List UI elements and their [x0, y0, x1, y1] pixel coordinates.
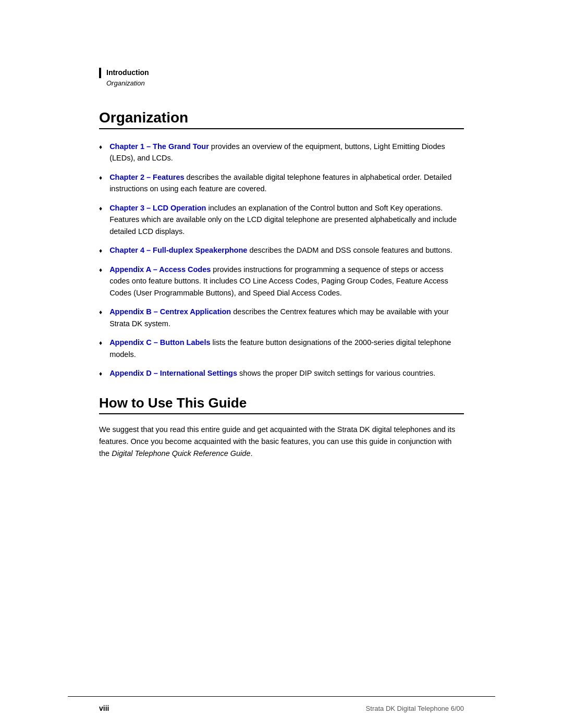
italic-title: Digital Telephone Quick Reference Guide — [112, 449, 250, 458]
bullet-text: Appendix D – International Settings show… — [109, 367, 464, 379]
chapter4-link[interactable]: Chapter 4 – Full-duplex Speakerphone — [109, 246, 247, 254]
organization-title: Organization — [99, 109, 464, 129]
how-to-use-paragraph: We suggest that you read this entire gui… — [99, 424, 464, 460]
appendixd-link[interactable]: Appendix D – International Settings — [109, 369, 237, 377]
organization-bullet-list: ♦ Chapter 1 – The Grand Tour provides an… — [99, 141, 464, 379]
list-item: ♦ Appendix B – Centrex Application descr… — [99, 306, 464, 329]
paragraph-text-end: . — [250, 449, 252, 458]
list-item: ♦ Chapter 2 – Features describes the ava… — [99, 171, 464, 195]
bullet-text: Chapter 2 – Features describes the avail… — [109, 171, 464, 195]
bullet-diamond-icon: ♦ — [99, 246, 102, 256]
appendixc-link[interactable]: Appendix C – Button Labels — [109, 338, 210, 347]
list-item: ♦ Chapter 3 – LCD Operation includes an … — [99, 202, 464, 237]
bullet-diamond-icon: ♦ — [99, 338, 102, 348]
list-item: ♦ Chapter 1 – The Grand Tour provides an… — [99, 141, 464, 164]
bullet-body: describes the DADM and DSS console featu… — [247, 246, 452, 254]
chapter2-link[interactable]: Chapter 2 – Features — [109, 173, 184, 181]
how-to-use-title: How to Use This Guide — [99, 395, 464, 414]
appendixb-link[interactable]: Appendix B – Centrex Application — [109, 307, 231, 316]
bullet-body: shows the proper DIP switch settings for… — [237, 369, 435, 377]
chapter3-link[interactable]: Chapter 3 – LCD Operation — [109, 204, 206, 212]
header-section: Introduction Organization — [99, 68, 464, 87]
page-number: viii — [99, 704, 109, 712]
chapter1-link[interactable]: Chapter 1 – The Grand Tour — [109, 142, 209, 151]
footer-divider — [68, 696, 495, 697]
list-item: ♦ Appendix D – International Settings sh… — [99, 367, 464, 379]
bullet-text: Appendix C – Button Labels lists the fea… — [109, 337, 464, 360]
bullet-diamond-icon: ♦ — [99, 265, 102, 275]
list-item: ♦ Chapter 4 – Full-duplex Speakerphone d… — [99, 244, 464, 256]
bullet-text: Appendix B – Centrex Application describ… — [109, 306, 464, 329]
footer: viii Strata DK Digital Telephone 6/00 — [99, 704, 464, 712]
bullet-diamond-icon: ♦ — [99, 369, 102, 379]
list-item: ♦ Appendix C – Button Labels lists the f… — [99, 337, 464, 360]
bullet-text: Chapter 3 – LCD Operation includes an ex… — [109, 202, 464, 237]
header-label: Introduction — [99, 68, 464, 78]
list-item: ♦ Appendix A – Access Codes provides ins… — [99, 264, 464, 299]
main-content: Organization ♦ Chapter 1 – The Grand Tou… — [99, 109, 464, 460]
bullet-diamond-icon: ♦ — [99, 307, 102, 317]
bullet-text: Appendix A – Access Codes provides instr… — [109, 264, 464, 299]
page: Introduction Organization Organization ♦… — [0, 0, 563, 728]
bullet-text: Chapter 1 – The Grand Tour provides an o… — [109, 141, 464, 164]
bullet-text: Chapter 4 – Full-duplex Speakerphone des… — [109, 244, 464, 256]
document-title: Strata DK Digital Telephone 6/00 — [366, 705, 464, 712]
bullet-diamond-icon: ♦ — [99, 142, 102, 152]
appendixa-link[interactable]: Appendix A – Access Codes — [109, 265, 211, 274]
bullet-diamond-icon: ♦ — [99, 173, 102, 183]
header-sublabel: Organization — [99, 79, 464, 87]
bullet-diamond-icon: ♦ — [99, 204, 102, 214]
